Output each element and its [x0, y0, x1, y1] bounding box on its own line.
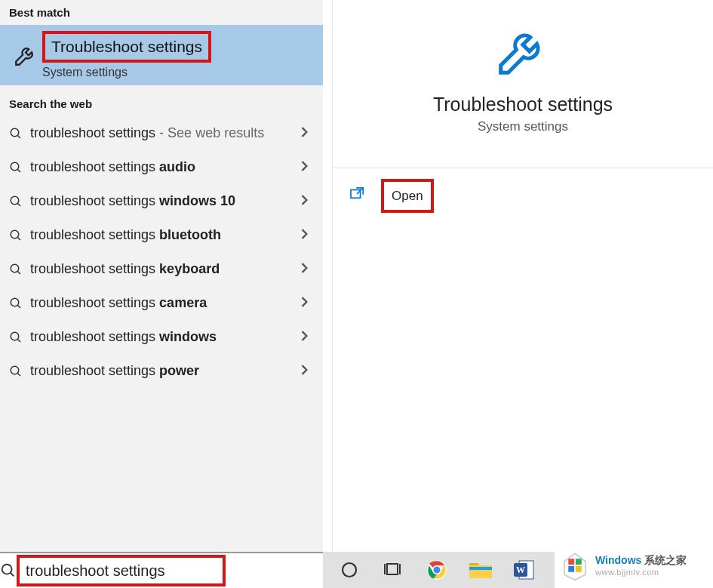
svg-text:W: W [516, 565, 525, 575]
search-icon [9, 127, 30, 140]
search-web-header: Search the web [0, 91, 323, 116]
web-suggestion[interactable]: troubleshoot settings windows 10 [0, 184, 323, 218]
svg-line-3 [17, 169, 20, 172]
web-suggestion-text: troubleshoot settings [30, 125, 155, 140]
open-icon [349, 186, 366, 203]
taskbar-chrome-icon[interactable] [421, 554, 453, 586]
svg-rect-33 [568, 566, 574, 572]
taskbar-file-explorer-icon[interactable] [465, 554, 496, 586]
taskbar-cortana-icon[interactable] [333, 554, 365, 586]
svg-point-17 [2, 565, 12, 574]
search-input[interactable] [17, 555, 226, 586]
svg-rect-31 [568, 559, 574, 565]
svg-point-12 [11, 332, 19, 340]
svg-point-8 [11, 264, 19, 272]
search-icon [9, 161, 30, 174]
taskbar-search-box[interactable] [0, 552, 323, 588]
watermark-brand: Windows [595, 554, 641, 566]
open-action[interactable]: Open [333, 168, 713, 223]
watermark-url: www.bjjmlv.com [595, 568, 687, 577]
svg-point-19 [343, 563, 356, 577]
best-match-result[interactable]: Troubleshoot settings System settings [0, 25, 323, 85]
chevron-right-icon [300, 331, 315, 344]
search-icon [9, 229, 30, 242]
svg-line-11 [17, 305, 20, 308]
svg-line-13 [17, 339, 20, 342]
search-icon [9, 365, 30, 378]
svg-line-5 [17, 203, 20, 206]
web-suggestion-see-results[interactable]: troubleshoot settings - See web results [0, 116, 323, 150]
chevron-right-icon [300, 365, 315, 378]
preview-panel: Troubleshoot settings System settings Op… [333, 0, 713, 552]
search-icon [9, 331, 30, 344]
svg-rect-32 [576, 559, 582, 565]
web-suggestions-list: troubleshoot settings - See web results … [0, 116, 323, 388]
web-suggestion[interactable]: troubleshoot settings bluetooth [0, 218, 323, 252]
taskbar-word-icon[interactable]: W [509, 554, 540, 586]
web-suggestion[interactable]: troubleshoot settings audio [0, 150, 323, 184]
chevron-right-icon [300, 229, 315, 242]
svg-line-9 [17, 271, 20, 274]
chevron-right-icon [300, 297, 315, 310]
web-suggestion[interactable]: troubleshoot settings power [0, 354, 323, 388]
preview-subtitle: System settings [348, 119, 698, 134]
svg-rect-26 [469, 567, 492, 570]
troubleshoot-icon [348, 21, 698, 80]
svg-rect-34 [576, 566, 582, 572]
svg-point-4 [11, 196, 19, 205]
svg-line-15 [17, 373, 20, 376]
best-match-header: Best match [0, 0, 323, 25]
web-suggestion-hint: - See web results [155, 125, 264, 140]
chevron-right-icon [300, 263, 315, 276]
svg-line-7 [17, 237, 20, 240]
search-icon [9, 263, 30, 276]
best-match-subtitle: System settings [42, 66, 211, 79]
web-suggestion[interactable]: troubleshoot settings keyboard [0, 252, 323, 286]
svg-line-18 [11, 573, 14, 577]
svg-line-1 [17, 135, 20, 138]
search-icon [9, 195, 30, 208]
best-match-title: Troubleshoot settings [42, 31, 211, 62]
svg-point-0 [11, 128, 19, 137]
svg-point-6 [11, 230, 19, 239]
svg-rect-20 [387, 564, 398, 574]
svg-point-10 [11, 298, 19, 306]
taskbar-taskview-icon[interactable] [377, 554, 409, 586]
preview-title: Troubleshoot settings [348, 94, 698, 115]
web-suggestion[interactable]: troubleshoot settings camera [0, 286, 323, 320]
open-label: Open [381, 179, 434, 213]
search-icon [0, 562, 17, 579]
chevron-right-icon [300, 195, 315, 208]
settings-icon [9, 42, 42, 68]
chevron-right-icon [300, 127, 315, 140]
watermark-logo: Windows 系统之家 www.bjjmlv.com [555, 543, 713, 588]
svg-point-2 [11, 162, 19, 171]
svg-marker-30 [564, 553, 585, 580]
svg-point-14 [11, 366, 19, 374]
search-icon [9, 297, 30, 310]
chevron-right-icon [300, 161, 315, 174]
watermark-brand-cn: 系统之家 [641, 554, 687, 566]
web-suggestion[interactable]: troubleshoot settings windows [0, 320, 323, 354]
search-results-panel: Best match Troubleshoot settings System … [0, 0, 323, 552]
